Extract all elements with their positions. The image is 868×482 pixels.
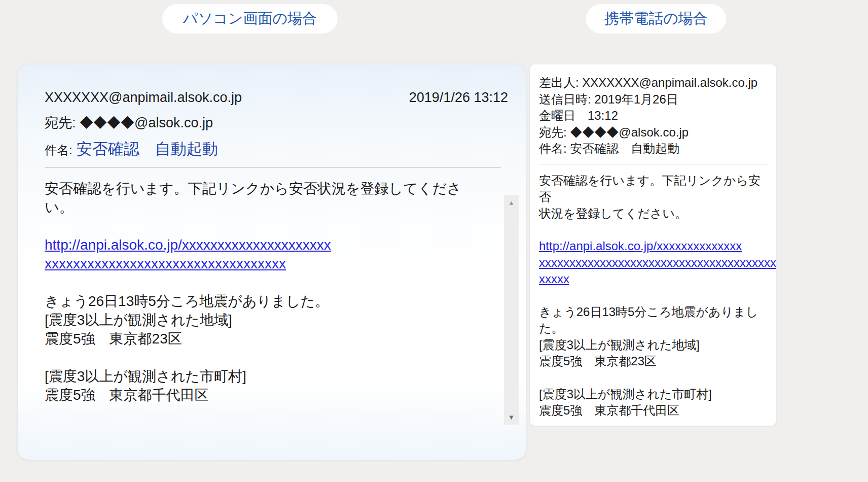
- pc-header-divider: [45, 167, 501, 168]
- mobile-anpi-link-line1[interactable]: http://anpi.alsok.co.jp/xxxxxxxxxxxxxx: [539, 239, 742, 253]
- pc-body-intro: 安否確認を行います。下記リンクから安否状況を登録してください。: [45, 179, 477, 217]
- mobile-body-intro-line1: 安否確認を行います。下記リンクから安否: [539, 173, 769, 205]
- mobile-body-intro-line2: 状況を登録してください。: [539, 205, 769, 222]
- pc-body-link-row2: xxxxxxxxxxxxxxxxxxxxxxxxxxxxxxxxxx: [45, 254, 477, 273]
- scroll-up-icon[interactable]: ▲: [508, 195, 515, 210]
- pc-anpi-link-line1[interactable]: http://anpi.alsok.co.jp/xxxxxxxxxxxxxxxx…: [45, 237, 331, 253]
- pc-case-badge: パソコン画面の場合: [162, 4, 338, 33]
- mobile-body-region-value: 震度5強 東京都23区: [539, 353, 769, 370]
- mobile-body-city-header: [震度3以上が観測された市町村]: [539, 386, 769, 403]
- pc-email-subject-label: 件名:: [45, 142, 73, 158]
- mobile-body-blank: [539, 288, 769, 304]
- mobile-email-date-line2: 金曜日 13:12: [539, 108, 769, 124]
- mobile-email-from: 差出人: XXXXXXX@anpimail.alsok.co.jp: [539, 75, 769, 91]
- mobile-email-card: 差出人: XXXXXXX@anpimail.alsok.co.jp 送信日時: …: [530, 64, 776, 426]
- mobile-email-subject: 件名: 安否確認 自動起動: [539, 141, 769, 157]
- pc-email-header: XXXXXXX@anpimail.alsok.co.jp 2019/1/26 1…: [45, 90, 508, 160]
- mobile-email-to: 宛先: ◆◆◆◆@alsok.co.jp: [539, 124, 769, 141]
- pc-email-from-row: XXXXXXX@anpimail.alsok.co.jp 2019/1/26 1…: [45, 90, 508, 106]
- pc-body-region-value: 震度5強 東京都23区: [45, 329, 477, 348]
- pc-body-scrollbar[interactable]: ▲ ▼: [504, 195, 519, 425]
- pc-body-city-header: [震度3以上が観測された市町村]: [45, 367, 477, 386]
- mobile-body-blank: [539, 222, 769, 238]
- mobile-email-date-line1: 送信日時: 2019年1月26日: [539, 91, 769, 108]
- mobile-body-link-row1: http://anpi.alsok.co.jp/xxxxxxxxxxxxxx: [539, 238, 769, 255]
- mobile-body-region-header: [震度3以上が観測された地域]: [539, 337, 769, 354]
- pc-email-body: 安否確認を行います。下記リンクから安否状況を登録してください。 http://a…: [45, 179, 477, 404]
- mobile-header-divider: [539, 164, 769, 164]
- mobile-anpi-link-line2[interactable]: xxxxxxxxxxxxxxxxxxxxxxxxxxxxxxxxxxxxxxx: [539, 256, 776, 269]
- page: { "titles": { "pc": "パソコン画面の場合", "mobile…: [0, 0, 868, 482]
- pc-email-subject: 安否確認 自動起動: [77, 139, 218, 160]
- mobile-case-badge: 携帯電話の場合: [586, 4, 726, 33]
- pc-body-blank: [45, 273, 477, 292]
- mobile-anpi-link-line3[interactable]: xxxxx: [539, 272, 569, 286]
- mobile-email-content: 差出人: XXXXXXX@anpimail.alsok.co.jp 送信日時: …: [530, 64, 776, 419]
- pc-body-blank: [45, 348, 477, 367]
- mobile-body-link-row3: xxxxx: [539, 271, 769, 288]
- pc-case-label: パソコン画面の場合: [183, 9, 317, 29]
- pc-body-quake-notice: きょう26日13時5分ころ地震がありました。: [45, 292, 477, 311]
- pc-anpi-link-line2[interactable]: xxxxxxxxxxxxxxxxxxxxxxxxxxxxxxxxxx: [45, 256, 286, 271]
- mobile-case-label: 携帯電話の場合: [604, 9, 708, 29]
- pc-body-link-row1: http://anpi.alsok.co.jp/xxxxxxxxxxxxxxxx…: [45, 235, 477, 254]
- mobile-body-quake-line2: た。: [539, 320, 769, 337]
- pc-body-blank: [45, 217, 477, 235]
- pc-email-card: XXXXXXX@anpimail.alsok.co.jp 2019/1/26 1…: [18, 64, 526, 460]
- mobile-body-city-value: 震度5強 東京都千代田区: [539, 402, 769, 419]
- mobile-body-blank: [539, 370, 769, 386]
- pc-body-region-header: [震度3以上が観測された地域]: [45, 311, 477, 329]
- pc-email-to: 宛先: ◆◆◆◆@alsok.co.jp: [45, 114, 508, 132]
- pc-email-datetime: 2019/1/26 13:12: [409, 90, 508, 106]
- mobile-body-quake-line1: きょう26日13時5分ころ地震がありまし: [539, 304, 769, 321]
- pc-email-from: XXXXXXX@anpimail.alsok.co.jp: [45, 90, 242, 106]
- pc-body-city-value: 震度5強 東京都千代田区: [45, 386, 477, 404]
- scroll-down-icon[interactable]: ▼: [508, 410, 515, 425]
- pc-email-subject-row: 件名: 安否確認 自動起動: [45, 139, 508, 160]
- mobile-body-link-row2: xxxxxxxxxxxxxxxxxxxxxxxxxxxxxxxxxxxxxxx: [539, 255, 769, 271]
